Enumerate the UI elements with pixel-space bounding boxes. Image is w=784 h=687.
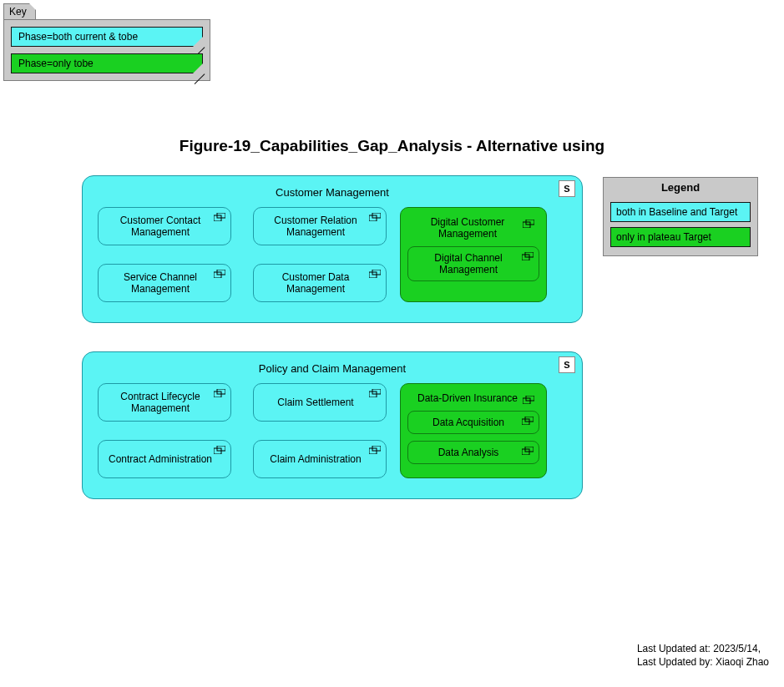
capability-label: Data-Driven Insurance	[407, 391, 539, 411]
group-policy-claim-management: S Policy and Claim Management Contract L…	[82, 351, 583, 499]
capability-label: Service Channel Management	[105, 271, 215, 295]
capability-icon	[214, 446, 225, 454]
capability-label: Claim Administration	[270, 453, 361, 465]
capability-box: Customer Contact Management	[98, 207, 231, 245]
capability-icon	[523, 396, 534, 404]
capability-icon	[369, 389, 381, 397]
capability-box: Contract Lifecycle Management	[98, 383, 231, 422]
capability-box-green: Data-Driven Insurance Data Acquisition D…	[400, 383, 547, 478]
capability-icon	[214, 213, 225, 221]
capability-box: Data Analysis	[407, 441, 539, 464]
key-item-label: Phase=only tobe	[18, 58, 94, 69]
footer-updated-by: Last Updated by: Xiaoqi Zhao	[637, 655, 769, 669]
key-panel: Key Phase=both current & tobe Phase=only…	[3, 3, 210, 81]
key-item-label: Phase=both current & tobe	[18, 31, 138, 43]
legend-panel: Legend both in Baseline and Target only …	[603, 177, 758, 256]
capability-label: Customer Data Management	[260, 271, 371, 295]
capability-label: Claim Settlement	[277, 397, 353, 408]
capability-box: Claim Settlement	[253, 383, 387, 422]
capability-label: Digital Channel Management	[434, 252, 502, 275]
capability-box: Claim Administration	[253, 440, 387, 478]
capability-icon	[369, 270, 381, 278]
footer: Last Updated at: 2023/5/14, Last Updated…	[637, 642, 769, 669]
legend-item-label: both in Baseline and Target	[616, 206, 737, 218]
key-title: Key	[9, 6, 27, 18]
capability-icon	[214, 389, 225, 397]
capability-box: Digital Channel Management	[407, 246, 539, 281]
key-body: Phase=both current & tobe Phase=only tob…	[3, 19, 210, 81]
legend-title: Legend	[610, 181, 751, 197]
footer-updated-at: Last Updated at: 2023/5/14,	[637, 642, 769, 655]
legend-item-label: only in plateau Target	[616, 231, 711, 243]
group-marker: S	[559, 356, 575, 373]
capability-label: Digital Customer Management	[407, 215, 539, 246]
capability-box-green: Digital Customer Management Digital Chan…	[400, 207, 547, 302]
capability-icon	[522, 447, 534, 455]
capability-label: Customer Contact Management	[105, 215, 215, 238]
capability-icon	[369, 446, 381, 454]
group-customer-management: S Customer Management Customer Contact M…	[82, 175, 583, 323]
capability-label: Contract Lifecycle Management	[105, 391, 215, 414]
capability-icon	[522, 252, 534, 260]
capability-icon	[369, 213, 381, 221]
capability-box: Customer Data Management	[253, 264, 387, 302]
legend-item-target-only: only in plateau Target	[610, 227, 751, 247]
legend-item-both: both in Baseline and Target	[610, 202, 751, 222]
key-item-only-tobe: Phase=only tobe	[11, 53, 203, 73]
diagram: S Customer Management Customer Contact M…	[82, 175, 583, 499]
capability-label: Data Acquisition	[432, 417, 504, 428]
group-title: Customer Management	[98, 184, 567, 207]
group-marker: S	[559, 180, 575, 197]
key-item-both: Phase=both current & tobe	[11, 27, 203, 47]
capability-box: Customer Relation Management	[253, 207, 387, 245]
capability-label: Customer Relation Management	[260, 215, 371, 238]
capability-icon	[214, 270, 225, 278]
key-tab: Key	[3, 3, 36, 20]
capability-icon	[522, 417, 534, 425]
page-title: Figure-19_Capabilities_Gap_Analysis - Al…	[0, 137, 784, 155]
capability-box: Contract Administration	[98, 440, 231, 478]
capability-box: Data Acquisition	[407, 411, 539, 434]
capability-label: Data Analysis	[438, 447, 499, 458]
capability-box: Service Channel Management	[98, 264, 231, 302]
group-title: Policy and Claim Management	[98, 361, 567, 383]
capability-icon	[523, 220, 534, 228]
capability-label: Contract Administration	[109, 453, 212, 465]
